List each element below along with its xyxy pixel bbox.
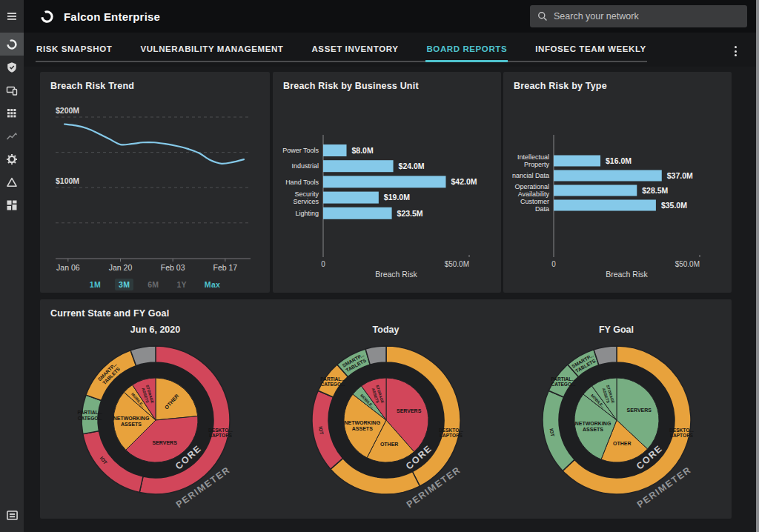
breach-risk-trend-chart[interactable]: $200M$100MJan 06Jan 20Feb 03Feb 17 (49, 101, 261, 279)
shield-check-icon[interactable] (0, 56, 24, 79)
svg-text:Feb 17: Feb 17 (213, 263, 237, 272)
sunburst-title: Today (271, 325, 501, 336)
svg-text:$23.5M: $23.5M (397, 209, 423, 218)
dashboard-blocks-icon[interactable] (0, 193, 24, 216)
tab-board-reports[interactable]: BOARD REPORTS (425, 33, 508, 62)
brand: Falcon Enterprise (40, 10, 160, 24)
sunburst-row: Jun 6, 2020DESKTO...LAPTOPSIOTPARTIAL...… (40, 319, 732, 509)
svg-text:PARTIAL...CATEGO...: PARTIAL...CATEGO... (551, 376, 576, 388)
svg-text:SERVERS: SERVERS (397, 408, 422, 413)
content: Breach Risk Trend $200M$100MJan 06Jan 20… (24, 67, 759, 532)
svg-text:$16.0M: $16.0M (606, 156, 632, 165)
svg-text:$24.0M: $24.0M (399, 162, 425, 170)
svg-text:PARTIAL...CATEGO...: PARTIAL...CATEGO... (77, 410, 102, 421)
svg-text:Power Tools: Power Tools (282, 147, 319, 154)
card-breach-risk-by-type: Breach Risk by Type $16.0MIntellectualPr… (503, 72, 732, 293)
sunburst-title: FY Goal (501, 325, 732, 336)
range-6m[interactable]: 6M (144, 279, 162, 290)
scrollbar[interactable] (756, 0, 759, 532)
svg-text:CustomerData: CustomerData (520, 198, 549, 213)
card-breach-risk-trend: Breach Risk Trend $200M$100MJan 06Jan 20… (40, 72, 270, 293)
tab-infosec-team-weekly[interactable]: INFOSEC TEAM WEEKLY (534, 33, 647, 62)
tabs: RISK SNAPSHOTVULNERABILITY MANAGEMENTASS… (36, 33, 647, 62)
sunburst-chart[interactable]: DESKTO...LAPTOPSIOTPARTIAL...CATEGO...SM… (69, 337, 242, 509)
card-breach-risk-by-business-unit: Breach Risk by Business Unit $8.0MPower … (273, 72, 501, 293)
svg-text:PARTIAL...CATEGO...: PARTIAL...CATEGO... (320, 376, 345, 388)
card-title-type: Breach Risk by Type (503, 72, 732, 91)
svg-text:$42.0M: $42.0M (451, 177, 477, 186)
archive-box-icon[interactable] (0, 504, 24, 526)
sunburst-chart[interactable]: DESKTO...LAPTOPSIOTPARTIAL...CATEGO...SM… (530, 337, 703, 509)
business-unit-bar-chart[interactable]: $8.0MPower Tools$24.0MIndustrial$42.0MHa… (282, 101, 492, 287)
svg-text:SERVERS: SERVERS (626, 408, 652, 413)
svg-text:$8.0M: $8.0M (352, 146, 374, 155)
sunburst-today: TodayDESKTO...LAPTOPSIOTPARTIAL...CATEGO… (271, 325, 501, 509)
svg-text:Feb 03: Feb 03 (161, 263, 185, 272)
svg-text:0: 0 (321, 260, 325, 268)
svg-text:Lighting: Lighting (295, 210, 319, 217)
svg-text:OperationalAvailability: OperationalAvailability (514, 183, 549, 198)
range-1y[interactable]: 1Y (173, 279, 190, 290)
panel-title: Current State and FY Goal (40, 299, 732, 319)
topbar: Falcon Enterprise Search your network (24, 0, 759, 33)
search-icon (537, 11, 548, 21)
svg-text:$100M: $100M (56, 176, 79, 185)
svg-text:$19.0M: $19.0M (384, 193, 410, 202)
search-placeholder: Search your network (554, 11, 639, 21)
svg-text:$50.0M: $50.0M (675, 260, 700, 268)
kebab-menu-icon[interactable] (733, 44, 738, 58)
svg-text:DESKTO...LAPTOPS: DESKTO...LAPTOPS (438, 428, 463, 439)
svg-text:SecurityServices: SecurityServices (293, 190, 319, 205)
svg-text:DESKTO...LAPTOPS: DESKTO...LAPTOPS (208, 428, 232, 439)
panel-current-state-fy-goal: Current State and FY Goal Jun 6, 2020DES… (40, 299, 732, 519)
svg-text:$37.0M: $37.0M (667, 171, 693, 180)
app-root: Falcon Enterprise Search your network RI… (0, 0, 759, 532)
tabbar: RISK SNAPSHOTVULNERABILITY MANAGEMENTASS… (24, 33, 759, 67)
gear-icon[interactable] (0, 147, 24, 170)
svg-text:Industrial: Industrial (291, 162, 319, 170)
time-range-selector: 1M3M6M1YMax (40, 279, 270, 290)
trend-icon[interactable] (0, 124, 24, 147)
card-title-trend: Breach Risk Trend (40, 72, 270, 91)
svg-text:$28.5M: $28.5M (642, 186, 668, 195)
svg-text:DESKTO...LAPTOPS: DESKTO...LAPTOPS (669, 428, 693, 439)
search-box[interactable]: Search your network (530, 5, 747, 27)
sidebar (0, 0, 24, 532)
sunburst-title: Jun 6, 2020 (40, 325, 271, 336)
range-1m[interactable]: 1M (86, 279, 105, 290)
svg-text:$35.0M: $35.0M (661, 201, 687, 210)
card-title-business-unit: Breach Risk by Business Unit (273, 72, 501, 91)
sunburst-jun-6-2020: Jun 6, 2020DESKTO...LAPTOPSIOTPARTIAL...… (40, 325, 271, 509)
tab-asset-inventory[interactable]: ASSET INVENTORY (311, 33, 399, 62)
svg-text:Breach Risk: Breach Risk (606, 270, 648, 279)
app-title: Falcon Enterprise (64, 10, 160, 23)
svg-text:$50.0M: $50.0M (445, 260, 469, 268)
svg-text:Breach Risk: Breach Risk (375, 270, 417, 279)
type-bar-chart[interactable]: $16.0MIntellectualProperty$37.0MFinancia… (512, 101, 723, 287)
menu-icon[interactable] (0, 0, 24, 33)
svg-text:$200M: $200M (56, 106, 79, 115)
svg-text:OTHER: OTHER (380, 442, 398, 447)
devices-icon[interactable] (0, 79, 24, 102)
sunburst-chart[interactable]: DESKTO...LAPTOPSIOTPARTIAL...CATEGO...SM… (299, 337, 473, 509)
svg-text:Financial Data: Financial Data (512, 172, 549, 179)
sunburst-fy-goal: FY GoalDESKTO...LAPTOPSIOTPARTIAL...CATE… (501, 325, 732, 509)
svg-text:0: 0 (551, 260, 556, 268)
brand-logo-icon (40, 10, 54, 24)
range-3m[interactable]: 3M (115, 279, 133, 290)
svg-text:OTHER: OTHER (612, 441, 631, 446)
svg-text:Hand Tools: Hand Tools (285, 179, 319, 186)
svg-text:SERVERS: SERVERS (152, 440, 177, 445)
svg-text:Jan 06: Jan 06 (56, 263, 80, 272)
grid-icon[interactable] (0, 102, 24, 124)
svg-text:Jan 20: Jan 20 (109, 263, 133, 272)
triangle-alert-icon[interactable] (0, 170, 24, 193)
tab-vulnerability-management[interactable]: VULNERABILITY MANAGEMENT (139, 33, 284, 62)
logo-ring-icon[interactable] (0, 33, 24, 56)
svg-text:IntellectualProperty: IntellectualProperty (517, 153, 550, 168)
range-max[interactable]: Max (201, 279, 224, 290)
tab-risk-snapshot[interactable]: RISK SNAPSHOT (36, 33, 113, 62)
